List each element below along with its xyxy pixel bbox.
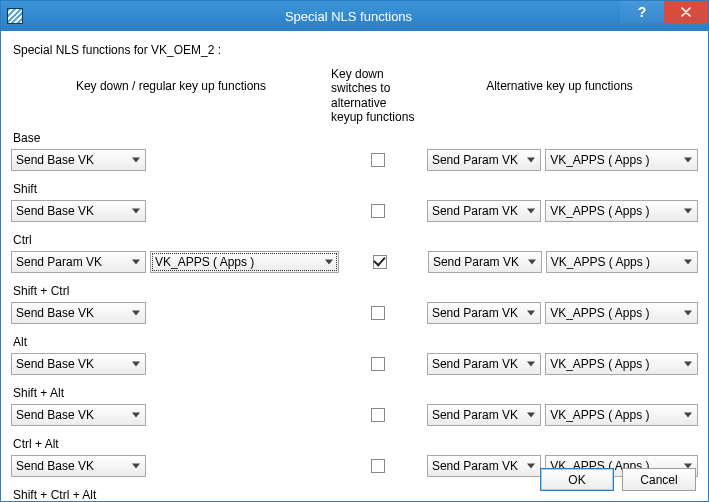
row-label: Ctrl bbox=[13, 233, 698, 247]
chevron-down-icon bbox=[528, 259, 536, 264]
row-0: BaseSend Base VKSend Param VKVK_APPS ( A… bbox=[11, 131, 698, 172]
row-label: Shift + Ctrl bbox=[13, 284, 698, 298]
chevron-down-icon bbox=[132, 157, 140, 162]
select-value: VK_APPS ( Apps ) bbox=[550, 408, 649, 422]
header-alternative: Alternative key up functions bbox=[421, 67, 698, 93]
chevron-down-icon bbox=[132, 208, 140, 213]
row-label: Shift bbox=[13, 182, 698, 196]
row-controls: Send Base VKSend Param VKVK_APPS ( Apps … bbox=[11, 148, 698, 172]
alt-param-select[interactable]: VK_APPS ( Apps ) bbox=[545, 404, 698, 426]
window-controls: ? bbox=[620, 1, 708, 23]
row-label: Base bbox=[13, 131, 698, 145]
dialog-subtitle: Special NLS functions for VK_OEM_2 : bbox=[13, 43, 698, 57]
alt-function-select[interactable]: Send Param VK bbox=[428, 251, 542, 273]
select-value: Send Param VK bbox=[432, 204, 518, 218]
ok-button-label: OK bbox=[568, 473, 585, 487]
keydown-function-select[interactable]: Send Base VK bbox=[11, 200, 146, 222]
select-value: VK_APPS ( Apps ) bbox=[550, 357, 649, 371]
chevron-down-icon bbox=[527, 208, 535, 213]
row-controls: Send Base VKSend Param VKVK_APPS ( Apps … bbox=[11, 403, 698, 427]
cancel-button-label: Cancel bbox=[640, 473, 677, 487]
row-5: Shift + AltSend Base VKSend Param VKVK_A… bbox=[11, 386, 698, 427]
alt-function-select[interactable]: Send Param VK bbox=[427, 149, 541, 171]
alt-param-select[interactable]: VK_APPS ( Apps ) bbox=[545, 149, 698, 171]
alt-function-select[interactable]: Send Param VK bbox=[427, 200, 541, 222]
header-switches: Key down switches to alternative keyup f… bbox=[331, 67, 421, 125]
switch-checkbox[interactable] bbox=[371, 204, 385, 218]
select-value: Send Param VK bbox=[432, 153, 518, 167]
alt-param-select[interactable]: VK_APPS ( Apps ) bbox=[545, 200, 698, 222]
help-button[interactable]: ? bbox=[620, 1, 664, 23]
alt-function-select[interactable]: Send Param VK bbox=[427, 302, 541, 324]
keydown-param-select[interactable]: VK_APPS ( Apps ) bbox=[150, 251, 339, 273]
chevron-down-icon bbox=[684, 157, 692, 162]
chevron-down-icon bbox=[527, 412, 535, 417]
select-value: Send Base VK bbox=[16, 153, 94, 167]
chevron-down-icon bbox=[684, 361, 692, 366]
select-value: Send Base VK bbox=[16, 408, 94, 422]
keydown-function-select[interactable]: Send Param VK bbox=[11, 251, 146, 273]
window-title: Special NLS functions bbox=[29, 9, 708, 24]
keydown-function-select[interactable]: Send Base VK bbox=[11, 353, 146, 375]
row-3: Shift + CtrlSend Base VKSend Param VKVK_… bbox=[11, 284, 698, 325]
keydown-function-select[interactable]: Send Base VK bbox=[11, 404, 146, 426]
select-value: Send Param VK bbox=[432, 459, 518, 473]
keydown-function-select[interactable]: Send Base VK bbox=[11, 149, 146, 171]
close-icon bbox=[681, 7, 691, 17]
switch-checkbox[interactable] bbox=[371, 408, 385, 422]
switch-checkbox[interactable] bbox=[371, 306, 385, 320]
chevron-down-icon bbox=[132, 310, 140, 315]
switch-checkbox-wrap bbox=[348, 306, 410, 320]
ok-button[interactable]: OK bbox=[540, 468, 614, 491]
switch-checkbox[interactable] bbox=[371, 357, 385, 371]
cancel-button[interactable]: Cancel bbox=[622, 468, 696, 491]
select-value: Send Param VK bbox=[432, 357, 518, 371]
alt-param-select[interactable]: VK_APPS ( Apps ) bbox=[545, 302, 698, 324]
keydown-function-select[interactable]: Send Base VK bbox=[11, 455, 146, 477]
select-value: Send Base VK bbox=[16, 204, 94, 218]
row-label: Shift + Alt bbox=[13, 386, 698, 400]
chevron-down-icon bbox=[132, 361, 140, 366]
chevron-down-icon bbox=[325, 259, 333, 264]
chevron-down-icon bbox=[132, 259, 140, 264]
select-value: Send Base VK bbox=[16, 459, 94, 473]
row-label: Alt bbox=[13, 335, 698, 349]
select-value: VK_APPS ( Apps ) bbox=[550, 204, 649, 218]
switch-checkbox[interactable] bbox=[371, 459, 385, 473]
alt-function-select[interactable]: Send Param VK bbox=[427, 455, 541, 477]
row-controls: Send Param VKVK_APPS ( Apps )Send Param … bbox=[11, 250, 698, 274]
row-2: CtrlSend Param VKVK_APPS ( Apps )Send Pa… bbox=[11, 233, 698, 274]
select-value: Send Param VK bbox=[433, 255, 519, 269]
alt-param-select[interactable]: VK_APPS ( Apps ) bbox=[545, 353, 698, 375]
select-value: Send Base VK bbox=[16, 306, 94, 320]
switch-checkbox-wrap bbox=[348, 459, 410, 473]
alt-function-select[interactable]: Send Param VK bbox=[427, 353, 541, 375]
switch-checkbox-wrap bbox=[348, 204, 410, 218]
window-app-icon bbox=[7, 8, 23, 24]
select-value: Send Param VK bbox=[432, 306, 518, 320]
chevron-down-icon bbox=[527, 463, 535, 468]
help-icon: ? bbox=[638, 4, 647, 20]
alt-function-select[interactable]: Send Param VK bbox=[427, 404, 541, 426]
row-1: ShiftSend Base VKSend Param VKVK_APPS ( … bbox=[11, 182, 698, 223]
row-4: AltSend Base VKSend Param VKVK_APPS ( Ap… bbox=[11, 335, 698, 376]
keydown-function-select[interactable]: Send Base VK bbox=[11, 302, 146, 324]
alt-param-select[interactable]: VK_APPS ( Apps ) bbox=[546, 251, 698, 273]
chevron-down-icon bbox=[684, 412, 692, 417]
rows-container: BaseSend Base VKSend Param VKVK_APPS ( A… bbox=[11, 131, 698, 502]
chevron-down-icon bbox=[684, 208, 692, 213]
chevron-down-icon bbox=[684, 259, 692, 264]
switch-checkbox-wrap bbox=[349, 255, 411, 269]
switch-checkbox[interactable] bbox=[373, 255, 387, 269]
switch-checkbox-wrap bbox=[348, 357, 410, 371]
header-keydown-regular: Key down / regular key up functions bbox=[11, 67, 331, 93]
dialog-body: Special NLS functions for VK_OEM_2 : Key… bbox=[1, 31, 708, 501]
chevron-down-icon bbox=[527, 157, 535, 162]
close-button[interactable] bbox=[664, 1, 708, 23]
switch-checkbox[interactable] bbox=[371, 153, 385, 167]
row-label: Ctrl + Alt bbox=[13, 437, 698, 451]
titlebar: Special NLS functions ? bbox=[1, 1, 708, 31]
chevron-down-icon bbox=[527, 361, 535, 366]
select-value: VK_APPS ( Apps ) bbox=[550, 306, 649, 320]
row-controls: Send Base VKSend Param VKVK_APPS ( Apps … bbox=[11, 199, 698, 223]
